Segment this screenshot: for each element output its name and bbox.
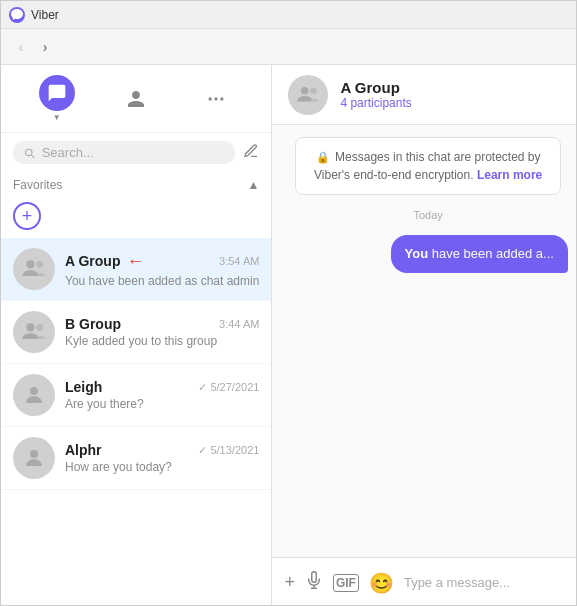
svg-point-3 [26, 260, 34, 268]
chat-item-b-group[interactable]: B Group 3:44 AM Kyle added you to this g… [1, 301, 271, 364]
favorites-add-button[interactable]: + [13, 202, 41, 230]
nav-bar: ‹ › [1, 29, 576, 65]
chat-header: A Group 4 participants [272, 65, 577, 125]
avatar-b-group [13, 311, 55, 353]
svg-point-4 [36, 261, 43, 268]
search-bar [1, 133, 271, 172]
svg-point-1 [214, 97, 217, 100]
chat-header-info: A Group 4 participants [340, 79, 568, 110]
svg-point-10 [311, 87, 318, 94]
contacts-icon [118, 81, 154, 117]
chat-item-leigh[interactable]: Leigh ✓ 5/27/2021 Are you there? [1, 364, 271, 427]
gif-icon[interactable]: GIF [333, 574, 359, 592]
chats-icon [39, 75, 75, 111]
system-message: 🔒 Messages in this chat are protected by… [295, 137, 561, 195]
title-bar: Viber [1, 1, 576, 29]
chat-preview-leigh: Are you there? [65, 397, 259, 411]
chat-name-a-group: A Group ← [65, 251, 144, 272]
chat-info-leigh: Leigh ✓ 5/27/2021 Are you there? [65, 379, 259, 411]
main-layout: ▼ [1, 65, 576, 606]
svg-point-0 [208, 97, 211, 100]
app-icon [9, 7, 25, 23]
more-tab[interactable] [198, 81, 234, 117]
chat-name-leigh: Leigh [65, 379, 102, 395]
left-toolbar: ▼ [1, 65, 271, 133]
avatar-a-group [13, 248, 55, 290]
forward-button[interactable]: › [33, 35, 57, 59]
svg-point-2 [220, 97, 223, 100]
chat-preview-alphr: How are you today? [65, 460, 259, 474]
favorites-header: Favorites ▲ [1, 172, 271, 198]
add-icon[interactable]: + [284, 572, 295, 593]
chat-name-b-group: B Group [65, 316, 121, 332]
bubble-prefix: You [405, 246, 429, 261]
chat-time-a-group: 3:54 AM [219, 255, 259, 267]
avatar-leigh [13, 374, 55, 416]
chat-messages: 🔒 Messages in this chat are protected by… [272, 125, 577, 557]
chat-input-bar: + GIF 😊 [272, 557, 577, 606]
lock-icon: 🔒 [316, 149, 330, 166]
audio-icon[interactable] [305, 571, 323, 594]
chat-time-leigh: ✓ 5/27/2021 [198, 381, 259, 394]
search-input[interactable] [42, 145, 226, 160]
chat-item-a-group[interactable]: A Group ← 3:54 AM You have been added as… [1, 238, 271, 301]
more-icon [198, 81, 234, 117]
chat-info-alphr: Alphr ✓ 5/13/2021 How are you today? [65, 442, 259, 474]
chats-tab-arrow: ▼ [53, 113, 61, 122]
red-arrow-indicator: ← [126, 251, 144, 272]
chat-info-a-group: A Group ← 3:54 AM You have been added as… [65, 251, 259, 288]
contacts-tab[interactable] [118, 81, 154, 117]
chat-time-alphr: ✓ 5/13/2021 [198, 444, 259, 457]
search-icon [23, 146, 36, 160]
chat-time-b-group: 3:44 AM [219, 318, 259, 330]
chat-header-sub: 4 participants [340, 96, 568, 110]
left-panel: ▼ [1, 65, 272, 606]
svg-point-7 [30, 387, 38, 395]
chat-name-alphr: Alphr [65, 442, 102, 458]
message-input[interactable] [404, 575, 572, 590]
right-panel: A Group 4 participants 🔒 Messages in thi… [272, 65, 577, 606]
chat-header-avatar [288, 75, 328, 115]
chat-list: A Group ← 3:54 AM You have been added as… [1, 238, 271, 606]
search-input-wrap [13, 141, 235, 164]
chat-item-alphr[interactable]: Alphr ✓ 5/13/2021 How are you today? [1, 427, 271, 490]
bubble-text: have been added a... [428, 246, 554, 261]
message-bubble: You have been added a... [391, 235, 568, 273]
favorites-toggle[interactable]: ▲ [248, 178, 260, 192]
sticker-icon[interactable]: 😊 [369, 571, 394, 595]
chat-info-b-group: B Group 3:44 AM Kyle added you to this g… [65, 316, 259, 348]
chat-header-name: A Group [340, 79, 568, 96]
date-label: Today [288, 209, 568, 221]
svg-point-6 [36, 324, 43, 331]
app-title: Viber [31, 8, 59, 22]
avatar-alphr [13, 437, 55, 479]
chats-tab[interactable]: ▼ [39, 75, 75, 122]
chat-preview-a-group: You have been added as chat admin [65, 274, 259, 288]
chat-preview-b-group: Kyle added you to this group [65, 334, 259, 348]
favorites-label: Favorites [13, 178, 62, 192]
svg-point-8 [30, 450, 38, 458]
svg-point-5 [26, 323, 34, 331]
compose-icon[interactable] [243, 143, 259, 163]
learn-more-link[interactable]: Learn more [477, 168, 542, 182]
svg-point-9 [301, 86, 309, 94]
back-button[interactable]: ‹ [9, 35, 33, 59]
